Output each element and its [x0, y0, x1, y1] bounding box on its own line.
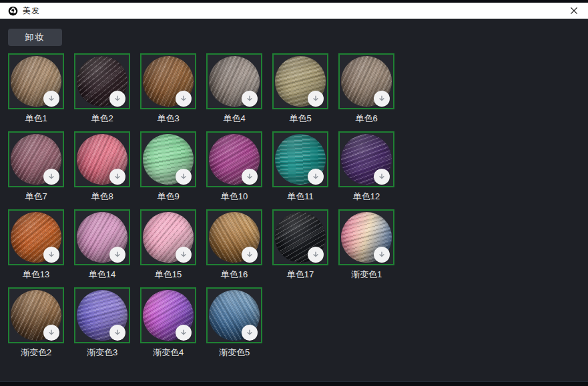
download-button[interactable] [109, 325, 125, 341]
hair-color-item: 单色15 [140, 209, 196, 280]
hair-color-tile[interactable] [338, 209, 394, 265]
download-arrow-icon [113, 172, 122, 181]
hair-color-item: 单色7 [8, 131, 64, 202]
hair-color-label: 单色9 [140, 191, 196, 202]
hair-color-item: 渐变色5 [206, 287, 262, 358]
hair-color-label: 单色5 [272, 113, 328, 124]
hair-color-tile[interactable] [206, 287, 262, 343]
hair-color-grid: 单色1 单色2 [8, 53, 580, 358]
download-arrow-icon [311, 250, 320, 259]
hair-color-item: 单色14 [74, 209, 130, 280]
download-button[interactable] [176, 325, 192, 341]
download-button[interactable] [374, 247, 390, 263]
download-button[interactable] [242, 325, 258, 341]
hair-color-tile[interactable] [140, 287, 196, 343]
hair-color-tile[interactable] [140, 209, 196, 265]
hair-color-label: 单色14 [74, 269, 130, 280]
hair-color-item: 渐变色1 [338, 209, 394, 280]
hair-color-label: 单色15 [140, 269, 196, 280]
download-arrow-icon [179, 250, 188, 259]
download-arrow-icon [113, 250, 122, 259]
hair-color-tile[interactable] [140, 53, 196, 109]
download-button[interactable] [308, 91, 324, 107]
download-button[interactable] [109, 247, 125, 263]
hair-color-item: 单色6 [338, 53, 394, 124]
hair-color-tile[interactable] [272, 209, 328, 265]
hair-color-tile[interactable] [74, 287, 130, 343]
download-arrow-icon [311, 172, 320, 181]
hair-color-label: 单色13 [8, 269, 64, 280]
hair-color-item: 单色3 [140, 53, 196, 124]
download-arrow-icon [377, 172, 386, 181]
download-button[interactable] [374, 91, 390, 107]
hair-color-tile[interactable] [74, 131, 130, 187]
download-button[interactable] [43, 325, 59, 341]
hair-color-item: 单色10 [206, 131, 262, 202]
close-button[interactable] [563, 3, 585, 19]
hair-color-tile[interactable] [206, 209, 262, 265]
hair-color-item: 单色8 [74, 131, 130, 202]
download-button[interactable] [308, 247, 324, 263]
hair-color-tile[interactable] [8, 53, 64, 109]
download-button[interactable] [242, 247, 258, 263]
download-arrow-icon [47, 328, 56, 337]
hair-color-item: 渐变色4 [140, 287, 196, 358]
hair-color-item: 渐变色3 [74, 287, 130, 358]
download-button[interactable] [43, 169, 59, 185]
remove-makeup-button[interactable]: 卸妆 [8, 29, 62, 46]
hair-color-tile[interactable] [8, 131, 64, 187]
download-button[interactable] [176, 169, 192, 185]
hair-color-label: 单色6 [338, 113, 394, 124]
hair-color-tile[interactable] [206, 131, 262, 187]
download-arrow-icon [311, 94, 320, 103]
download-arrow-icon [113, 328, 122, 337]
hair-color-label: 单色3 [140, 113, 196, 124]
hair-color-label: 单色10 [206, 191, 262, 202]
download-arrow-icon [179, 328, 188, 337]
hair-color-item: 单色11 [272, 131, 328, 202]
hair-color-tile[interactable] [8, 287, 64, 343]
download-arrow-icon [377, 250, 386, 259]
download-arrow-icon [47, 172, 56, 181]
download-button[interactable] [43, 91, 59, 107]
hair-color-label: 渐变色1 [338, 269, 394, 280]
download-button[interactable] [242, 91, 258, 107]
hair-color-tile[interactable] [74, 53, 130, 109]
hair-color-tile[interactable] [140, 131, 196, 187]
hair-color-label: 单色8 [74, 191, 130, 202]
download-arrow-icon [245, 94, 254, 103]
hair-color-item: 单色13 [8, 209, 64, 280]
hair-color-tile[interactable] [8, 209, 64, 265]
download-button[interactable] [109, 91, 125, 107]
hair-color-tile[interactable] [338, 131, 394, 187]
download-arrow-icon [113, 94, 122, 103]
download-arrow-icon [377, 94, 386, 103]
download-button[interactable] [176, 91, 192, 107]
download-button[interactable] [308, 169, 324, 185]
hair-color-tile[interactable] [272, 53, 328, 109]
download-arrow-icon [245, 172, 254, 181]
download-button[interactable] [176, 247, 192, 263]
hair-color-label: 渐变色5 [206, 347, 262, 358]
hair-color-tile[interactable] [74, 209, 130, 265]
hair-color-item: 单色16 [206, 209, 262, 280]
hair-color-tile[interactable] [206, 53, 262, 109]
download-arrow-icon [245, 250, 254, 259]
download-button[interactable] [109, 169, 125, 185]
download-arrow-icon [179, 94, 188, 103]
download-button[interactable] [242, 169, 258, 185]
hair-color-label: 单色16 [206, 269, 262, 280]
download-button[interactable] [43, 247, 59, 263]
screen-edge-bottom [0, 381, 588, 386]
hair-color-label: 渐变色2 [8, 347, 64, 358]
hair-color-tile[interactable] [338, 53, 394, 109]
hair-color-tile[interactable] [272, 131, 328, 187]
hair-color-label: 单色2 [74, 113, 130, 124]
hair-color-item: 渐变色2 [8, 287, 64, 358]
hair-color-label: 单色12 [338, 191, 394, 202]
hair-color-label: 单色7 [8, 191, 64, 202]
dialog-title: 美发 [23, 5, 40, 17]
download-button[interactable] [374, 169, 390, 185]
download-arrow-icon [245, 328, 254, 337]
close-icon [569, 5, 579, 16]
